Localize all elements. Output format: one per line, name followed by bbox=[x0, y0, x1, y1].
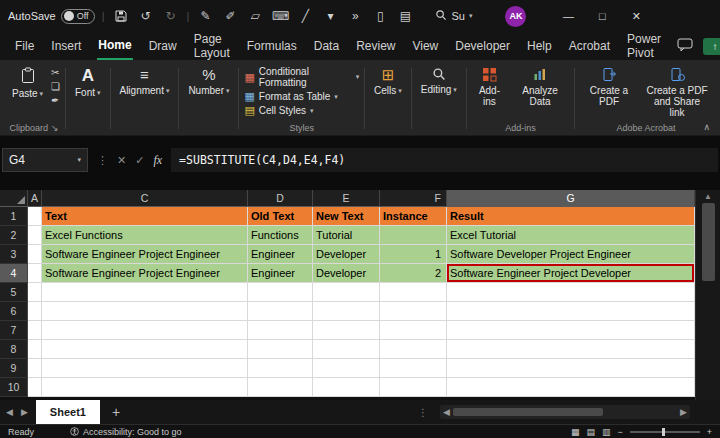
comments-icon[interactable] bbox=[677, 38, 693, 55]
row-header-10[interactable]: 10 bbox=[0, 378, 28, 397]
analyze-data-button[interactable]: Analyze Data bbox=[511, 63, 569, 107]
sheet-icon[interactable]: ▤ bbox=[396, 6, 414, 26]
add-sheet-button[interactable]: + bbox=[108, 404, 124, 420]
scroll-left-icon[interactable]: ◀ bbox=[443, 407, 450, 417]
cell[interactable] bbox=[447, 340, 695, 359]
cells-button[interactable]: ⊞ Cells▾ bbox=[370, 63, 406, 96]
cell[interactable] bbox=[42, 378, 248, 397]
highlighter-icon[interactable]: ✐ bbox=[221, 6, 239, 26]
cell[interactable] bbox=[28, 283, 42, 302]
enter-icon[interactable]: ✓ bbox=[135, 154, 144, 167]
share-button[interactable]: ↑ bbox=[703, 38, 720, 55]
tab-insert[interactable]: Insert bbox=[50, 34, 82, 59]
tab-review[interactable]: Review bbox=[355, 34, 396, 59]
cell[interactable] bbox=[380, 359, 447, 378]
cell-A3[interactable] bbox=[28, 245, 42, 264]
cell[interactable] bbox=[380, 378, 447, 397]
horizontal-scrollbar-thumb[interactable] bbox=[453, 408, 603, 416]
cell[interactable] bbox=[248, 321, 313, 340]
page-layout-view-icon[interactable]: ▤ bbox=[586, 427, 595, 437]
cell-C3[interactable]: Software Engineer Project Engineer bbox=[42, 245, 248, 264]
tab-view[interactable]: View bbox=[411, 34, 439, 59]
cell[interactable] bbox=[28, 321, 42, 340]
cell-styles-button[interactable]: ▤ Cell Styles ▾ bbox=[244, 105, 359, 116]
row-header-7[interactable]: 7 bbox=[0, 321, 28, 340]
insert-function-icon[interactable]: fx bbox=[153, 153, 162, 168]
tab-home[interactable]: Home bbox=[97, 33, 132, 60]
tab-help[interactable]: Help bbox=[526, 34, 553, 59]
row-header-1[interactable]: 1 bbox=[0, 207, 28, 226]
cell[interactable] bbox=[380, 340, 447, 359]
tab-acrobat[interactable]: Acrobat bbox=[568, 34, 611, 59]
drag-dots-icon[interactable]: ⋮ bbox=[97, 154, 108, 167]
vertical-scrollbar[interactable]: ▲ bbox=[695, 190, 720, 400]
cell[interactable] bbox=[313, 283, 380, 302]
tab-formulas[interactable]: Formulas bbox=[246, 34, 298, 59]
column-header-D[interactable]: D bbox=[248, 190, 313, 207]
cell-C2[interactable]: Excel Functions bbox=[42, 226, 248, 245]
paste-button[interactable]: Paste▾ bbox=[8, 63, 47, 99]
row-header-4[interactable]: 4 bbox=[0, 264, 28, 283]
tab-data[interactable]: Data bbox=[313, 34, 340, 59]
cell-E3[interactable]: Developer bbox=[313, 245, 380, 264]
cell-D4[interactable]: Engineer bbox=[248, 264, 313, 283]
collapse-ribbon-icon[interactable]: ∧ bbox=[703, 122, 710, 132]
scroll-up-icon[interactable]: ▲ bbox=[704, 192, 712, 201]
tab-developer[interactable]: Developer bbox=[454, 34, 511, 59]
cell-G2[interactable]: Excel Tutorial bbox=[447, 226, 695, 245]
number-button[interactable]: % Number▾ bbox=[184, 63, 233, 96]
cell[interactable] bbox=[380, 302, 447, 321]
cell[interactable] bbox=[313, 359, 380, 378]
row-header-5[interactable]: 5 bbox=[0, 283, 28, 302]
cell[interactable] bbox=[313, 378, 380, 397]
cell-F2[interactable] bbox=[380, 226, 447, 245]
cell[interactable] bbox=[313, 321, 380, 340]
normal-view-icon[interactable]: ▦ bbox=[571, 427, 580, 437]
cell-G3[interactable]: Software Developer Project Engineer bbox=[447, 245, 695, 264]
cancel-icon[interactable]: ✕ bbox=[117, 154, 126, 167]
eraser-icon[interactable]: ▱ bbox=[246, 6, 264, 26]
cell-G1[interactable]: Result bbox=[447, 207, 695, 226]
keyboard-icon[interactable]: ⌨ bbox=[271, 6, 289, 26]
autosave-toggle[interactable]: Off bbox=[61, 9, 95, 24]
cell-D2[interactable]: Functions bbox=[248, 226, 313, 245]
cut-icon[interactable]: ✂ bbox=[51, 68, 60, 78]
pen-icon[interactable]: ✎ bbox=[196, 6, 214, 26]
cell[interactable] bbox=[313, 302, 380, 321]
cell[interactable] bbox=[447, 321, 695, 340]
zoom-slider[interactable] bbox=[630, 431, 700, 433]
create-pdf-share-button[interactable]: Create a PDF and Share link bbox=[642, 63, 712, 118]
cell-E2[interactable]: Tutorial bbox=[313, 226, 380, 245]
column-header-C[interactable]: C bbox=[42, 190, 248, 207]
editing-button[interactable]: Editing▾ bbox=[417, 63, 461, 95]
cell[interactable] bbox=[248, 378, 313, 397]
undo-icon[interactable]: ↺ bbox=[137, 6, 155, 26]
page-break-view-icon[interactable]: ▥ bbox=[602, 427, 611, 437]
chevron-down-icon[interactable]: ▾ bbox=[321, 6, 339, 26]
sheet-tab-sheet1[interactable]: Sheet1 bbox=[36, 400, 100, 424]
cell[interactable] bbox=[248, 340, 313, 359]
search-box[interactable]: Su ▾ bbox=[435, 9, 472, 23]
cell[interactable] bbox=[447, 302, 695, 321]
avatar[interactable]: AK bbox=[505, 6, 526, 27]
cell-C4[interactable]: Software Engineer Project Engineer bbox=[42, 264, 248, 283]
zoom-in-button[interactable]: + bbox=[707, 427, 712, 437]
row-header-8[interactable]: 8 bbox=[0, 340, 28, 359]
tab-file[interactable]: File bbox=[14, 34, 35, 59]
cell[interactable] bbox=[248, 302, 313, 321]
ruler-icon[interactable]: ╱ bbox=[296, 6, 314, 26]
dialog-launcher-icon[interactable]: ↘ bbox=[51, 123, 59, 133]
cell[interactable] bbox=[42, 302, 248, 321]
column-header-G[interactable]: G bbox=[447, 190, 695, 207]
cell[interactable] bbox=[447, 359, 695, 378]
cell[interactable] bbox=[42, 283, 248, 302]
format-painter-icon[interactable]: ✒ bbox=[51, 96, 60, 106]
cell-A4[interactable] bbox=[28, 264, 42, 283]
more-commands-icon[interactable]: » bbox=[346, 6, 364, 26]
row-header-3[interactable]: 3 bbox=[0, 245, 28, 264]
cell[interactable] bbox=[28, 302, 42, 321]
format-as-table-button[interactable]: ▦ Format as Table ▾ bbox=[244, 91, 359, 102]
active-cell-G4[interactable]: Software Engineer Project Developer bbox=[447, 264, 695, 283]
cell[interactable] bbox=[380, 321, 447, 340]
cell[interactable] bbox=[447, 378, 695, 397]
